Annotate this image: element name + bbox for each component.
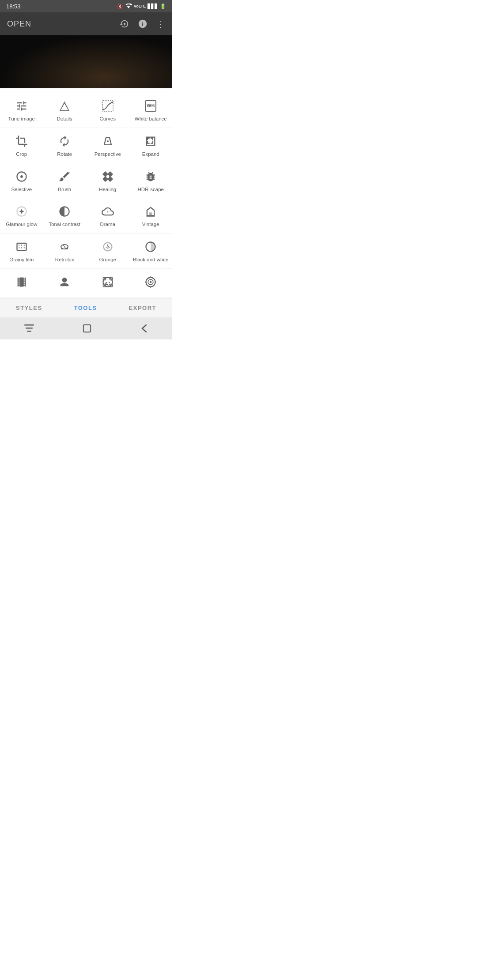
tool-face-detect[interactable] bbox=[86, 269, 129, 298]
details-icon bbox=[58, 99, 71, 113]
vintage-icon bbox=[144, 204, 157, 219]
tool-drama-label: Drama bbox=[100, 222, 115, 228]
svg-point-14 bbox=[19, 247, 19, 248]
tool-black-and-white[interactable]: Black and white bbox=[129, 234, 173, 268]
tool-bokeh[interactable] bbox=[129, 269, 173, 298]
rotate-icon bbox=[58, 134, 71, 148]
svg-point-19 bbox=[66, 248, 68, 249]
tool-rotate[interactable]: Rotate bbox=[43, 128, 87, 163]
bottom-tabs: STYLES TOOLS EXPORT bbox=[0, 298, 172, 317]
tool-black-and-white-label: Black and white bbox=[133, 257, 169, 263]
glamour-icon bbox=[15, 204, 28, 219]
svg-point-8 bbox=[107, 140, 109, 142]
status-time: 18:53 bbox=[6, 3, 21, 10]
signal-icon: ▋▋▋ bbox=[148, 4, 158, 9]
retrolux-icon bbox=[58, 240, 71, 254]
top-bar-icons: ⋮ bbox=[119, 19, 165, 29]
top-bar: OPEN ⋮ bbox=[0, 12, 172, 35]
tune-icon bbox=[15, 99, 28, 113]
tool-hdr-scape[interactable]: HDR-scape bbox=[129, 163, 173, 198]
tool-details-label: Details bbox=[57, 116, 72, 122]
tools-row-5: Grainy film Retrolux Grunge bbox=[0, 234, 172, 269]
face-detect-icon bbox=[102, 275, 114, 289]
status-icons: 🔇 VoLTE ▋▋▋ 🔋 bbox=[117, 4, 166, 9]
lte-icon: VoLTE bbox=[134, 4, 146, 8]
tools-row-6 bbox=[0, 269, 172, 298]
tool-retrolux-label: Retrolux bbox=[55, 257, 74, 263]
svg-rect-35 bbox=[83, 325, 91, 332]
tool-film[interactable] bbox=[0, 269, 43, 298]
nav-menu-icon[interactable] bbox=[24, 324, 34, 332]
perspective-icon bbox=[102, 134, 114, 148]
film-icon bbox=[15, 275, 28, 289]
grainy-icon bbox=[15, 240, 28, 254]
tool-curves[interactable]: Curves bbox=[86, 93, 129, 128]
svg-point-18 bbox=[61, 248, 63, 249]
image-preview bbox=[0, 35, 172, 88]
tool-tune-image-label: Tune image bbox=[8, 116, 35, 122]
tool-expand-label: Expand bbox=[142, 151, 159, 158]
tool-vintage-label: Vintage bbox=[142, 222, 159, 228]
undo-icon[interactable] bbox=[119, 19, 129, 29]
battery-icon: 🔋 bbox=[160, 4, 166, 9]
nav-home-icon[interactable] bbox=[82, 324, 92, 333]
svg-line-7 bbox=[110, 138, 111, 145]
tab-styles[interactable]: STYLES bbox=[16, 305, 42, 311]
more-icon[interactable]: ⋮ bbox=[156, 19, 165, 29]
open-button[interactable]: OPEN bbox=[7, 19, 31, 29]
tool-grunge[interactable]: Grunge bbox=[86, 234, 129, 268]
svg-line-6 bbox=[104, 138, 106, 145]
tool-grainy-film-label: Grainy film bbox=[9, 257, 34, 263]
svg-rect-32 bbox=[24, 324, 34, 326]
tool-healing[interactable]: Healing bbox=[86, 163, 129, 198]
grunge-icon bbox=[102, 240, 114, 254]
mute-icon: 🔇 bbox=[117, 4, 123, 9]
tool-details[interactable]: Details bbox=[43, 93, 87, 128]
svg-point-12 bbox=[21, 245, 22, 246]
svg-point-11 bbox=[19, 245, 19, 246]
svg-rect-33 bbox=[26, 328, 33, 329]
tool-selective[interactable]: Selective bbox=[0, 163, 43, 198]
tool-crop[interactable]: Crop bbox=[0, 128, 43, 163]
tool-drama[interactable]: Drama bbox=[86, 198, 129, 233]
wifi-icon bbox=[125, 4, 132, 9]
svg-point-16 bbox=[23, 247, 24, 248]
info-icon[interactable] bbox=[138, 19, 148, 29]
nav-back-icon[interactable] bbox=[140, 324, 148, 333]
wb-icon: WB bbox=[144, 99, 157, 113]
hdr-icon bbox=[144, 170, 157, 184]
tool-grainy-film[interactable]: Grainy film bbox=[0, 234, 43, 268]
tool-perspective[interactable]: Perspective bbox=[86, 128, 129, 163]
bw-icon bbox=[144, 240, 157, 254]
tool-expand[interactable]: Expand bbox=[129, 128, 173, 163]
tool-glamour-glow-label: Glamour glow bbox=[6, 222, 37, 228]
expand-icon bbox=[144, 134, 157, 148]
tool-selective-label: Selective bbox=[11, 187, 32, 193]
tool-curves-label: Curves bbox=[100, 116, 116, 122]
tool-brush[interactable]: Brush bbox=[43, 163, 87, 198]
tool-brush-label: Brush bbox=[58, 187, 71, 193]
tool-tonal-contrast-label: Tonal contrast bbox=[49, 222, 80, 228]
tab-export[interactable]: EXPORT bbox=[129, 305, 156, 311]
svg-point-3 bbox=[111, 102, 113, 103]
image-dark-bg bbox=[0, 35, 172, 88]
tool-white-balance[interactable]: WB White balance bbox=[129, 93, 173, 128]
tab-tools[interactable]: TOOLS bbox=[74, 305, 97, 311]
tool-hdr-scape-label: HDR-scape bbox=[138, 187, 164, 193]
tool-crop-label: Crop bbox=[16, 151, 27, 158]
selective-icon bbox=[15, 170, 28, 184]
tool-portrait[interactable] bbox=[43, 269, 87, 298]
status-bar: 18:53 🔇 VoLTE ▋▋▋ 🔋 bbox=[0, 0, 172, 12]
tool-rotate-label: Rotate bbox=[57, 151, 72, 158]
brush-icon bbox=[58, 170, 71, 184]
tool-vintage[interactable]: Vintage bbox=[129, 198, 173, 233]
tool-tune-image[interactable]: Tune image bbox=[0, 93, 43, 128]
svg-point-2 bbox=[102, 109, 104, 110]
tool-glamour-glow[interactable]: Glamour glow bbox=[0, 198, 43, 233]
tool-tonal-contrast[interactable]: Tonal contrast bbox=[43, 198, 87, 233]
tools-row-3: Selective Brush Healing bbox=[0, 163, 172, 199]
tool-retrolux[interactable]: Retrolux bbox=[43, 234, 87, 268]
svg-point-10 bbox=[20, 175, 23, 178]
crop-icon bbox=[15, 134, 28, 148]
svg-point-13 bbox=[23, 245, 24, 246]
